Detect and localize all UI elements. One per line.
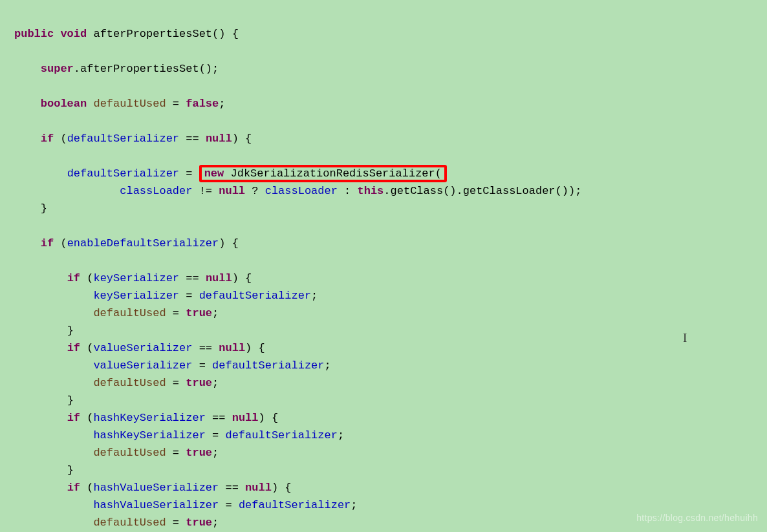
- code-line: valueSerializer = defaultSerializer;: [14, 359, 331, 372]
- code-line: if (keySerializer == null) {: [14, 272, 252, 284]
- code-line: if (hashValueSerializer == null) {: [14, 482, 292, 494]
- code-line: }: [14, 325, 74, 337]
- code-line: defaultUsed = true;: [14, 377, 219, 389]
- code-line: classLoader != null ? classLoader : this…: [14, 185, 581, 197]
- highlight-annotation: new JdkSerializationRedisSerializer(: [199, 165, 447, 182]
- code-line: super.afterPropertiesSet();: [14, 63, 219, 75]
- code-line: }: [14, 394, 74, 407]
- code-line: if (enableDefaultSerializer) {: [14, 237, 239, 250]
- code-line: defaultUsed = true;: [14, 307, 219, 319]
- code-line: hashValueSerializer = defaultSerializer;: [14, 499, 358, 511]
- code-line: defaultUsed = true;: [14, 516, 219, 529]
- code-line: if (valueSerializer == null) {: [14, 342, 265, 354]
- code-line: if (defaultSerializer == null) {: [14, 133, 252, 145]
- code-line: defaultUsed = true;: [14, 447, 219, 459]
- code-line: hashKeySerializer = defaultSerializer;: [14, 429, 344, 442]
- code-line: }: [14, 464, 74, 476]
- code-block: public void afterPropertiesSet() { super…: [0, 0, 767, 532]
- code-line: boolean defaultUsed = false;: [14, 98, 225, 110]
- code-line: keySerializer = defaultSerializer;: [14, 290, 318, 302]
- code-line: defaultSerializer = new JdkSerialization…: [14, 165, 447, 182]
- watermark-text: https://blog.csdn.net/hehuihh: [636, 509, 758, 527]
- code-line: if (hashKeySerializer == null) {: [14, 412, 278, 424]
- text-cursor-icon: I: [683, 329, 687, 346]
- code-line: }: [14, 202, 47, 215]
- code-line: public void afterPropertiesSet() {: [14, 28, 239, 40]
